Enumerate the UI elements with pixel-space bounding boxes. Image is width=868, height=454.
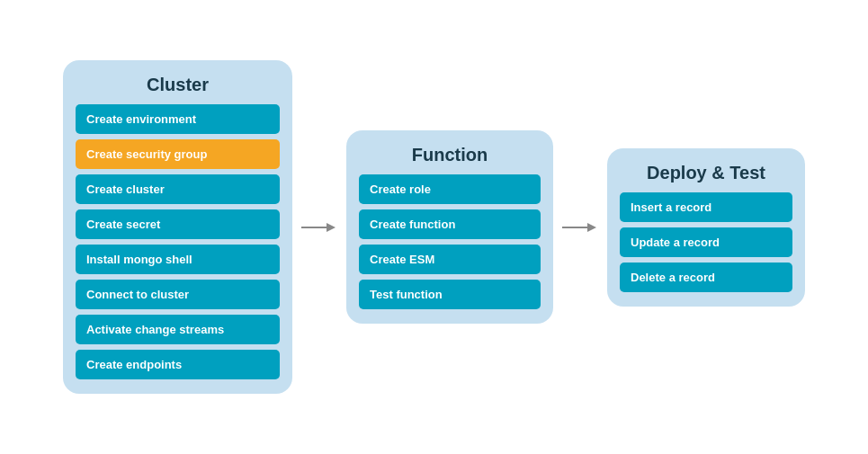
btn-insert-record[interactable]: Insert a record xyxy=(620,192,792,222)
arrow-2-icon xyxy=(562,218,598,236)
cluster-title: Cluster xyxy=(76,75,280,95)
arrow-1 xyxy=(292,218,346,236)
function-title: Function xyxy=(359,145,541,165)
btn-create-security-group[interactable]: Create security group xyxy=(76,139,280,169)
function-column: Function Create role Create function Cre… xyxy=(346,130,553,324)
btn-create-role[interactable]: Create role xyxy=(359,174,541,204)
btn-connect-to-cluster[interactable]: Connect to cluster xyxy=(76,280,280,309)
btn-test-function[interactable]: Test function xyxy=(359,280,541,309)
btn-create-cluster[interactable]: Create cluster xyxy=(76,174,280,204)
btn-update-record[interactable]: Update a record xyxy=(620,227,792,257)
deploy-column: Deploy & Test Insert a record Update a r… xyxy=(607,148,805,307)
cluster-column: Cluster Create environment Create securi… xyxy=(63,60,292,394)
svg-marker-1 xyxy=(327,223,336,232)
arrow-2 xyxy=(553,218,607,236)
svg-marker-3 xyxy=(587,223,596,232)
arrow-1-icon xyxy=(301,218,337,236)
diagram-container: Cluster Create environment Create securi… xyxy=(0,0,868,454)
btn-install-mongo-shell[interactable]: Install mongo shell xyxy=(76,245,280,274)
btn-activate-change-streams[interactable]: Activate change streams xyxy=(76,315,280,344)
btn-delete-record[interactable]: Delete a record xyxy=(620,263,792,292)
btn-create-endpoints[interactable]: Create endpoints xyxy=(76,350,280,379)
btn-create-secret[interactable]: Create secret xyxy=(76,209,280,239)
btn-create-function[interactable]: Create function xyxy=(359,209,541,239)
deploy-title: Deploy & Test xyxy=(620,163,792,183)
btn-create-environment[interactable]: Create environment xyxy=(76,104,280,134)
btn-create-esm[interactable]: Create ESM xyxy=(359,245,541,274)
